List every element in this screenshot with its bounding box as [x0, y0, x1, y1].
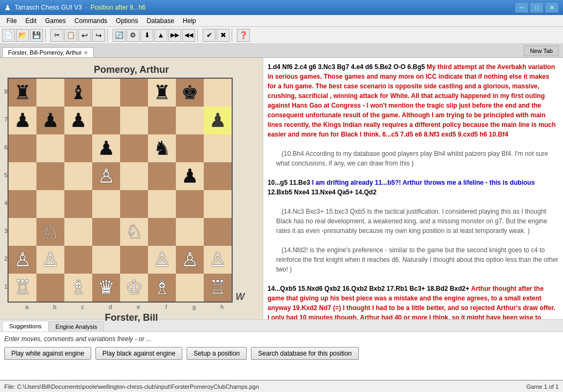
cell-e4[interactable] — [120, 190, 148, 218]
menu-edit[interactable]: Edit — [21, 16, 41, 26]
cell-g2[interactable]: ♙ — [176, 246, 204, 274]
reject-button[interactable]: ✖ — [217, 29, 229, 42]
cell-h5[interactable] — [204, 162, 232, 190]
search-database-button[interactable]: Search database for this position — [251, 347, 359, 360]
menu-help[interactable]: Help — [179, 16, 201, 26]
cell-a1[interactable]: ♖ — [9, 274, 36, 301]
cell-g1[interactable] — [176, 274, 204, 301]
cell-d8[interactable] — [92, 79, 120, 107]
cell-a5[interactable] — [9, 162, 36, 190]
cell-d2[interactable] — [92, 246, 120, 274]
cell-c2[interactable] — [64, 246, 92, 274]
menu-games[interactable]: Games — [41, 16, 70, 26]
cell-d3[interactable] — [92, 218, 120, 246]
menu-options[interactable]: Options — [112, 16, 142, 26]
cell-a6[interactable] — [9, 134, 36, 162]
tab-game[interactable]: Forster, Bill-Pomeroy, Arthur ✕ — [2, 47, 94, 57]
settings-button[interactable]: ⚙ — [127, 29, 139, 42]
cell-d6[interactable]: ♟ — [92, 134, 120, 162]
cell-b5[interactable] — [36, 162, 64, 190]
game-text[interactable]: 1.d4 Nf6 2.c4 g6 3.Nc3 Bg7 4.e4 d6 5.Be2… — [263, 58, 563, 319]
cell-d1[interactable]: ♛ — [92, 274, 120, 301]
cell-b7[interactable]: ♟ — [36, 107, 64, 134]
cell-c3[interactable] — [64, 218, 92, 246]
cell-e7[interactable] — [120, 107, 148, 134]
cell-e5[interactable] — [120, 162, 148, 190]
up-button[interactable]: ▲ — [154, 29, 167, 42]
cell-g5[interactable]: ♟ — [176, 162, 204, 190]
cell-h2[interactable]: ♙ — [204, 246, 232, 274]
accept-button[interactable]: ✔ — [203, 29, 216, 42]
cell-e2[interactable] — [120, 246, 148, 274]
cell-h7[interactable]: ♟ — [204, 107, 232, 134]
cell-f7[interactable] — [148, 107, 176, 134]
cell-e3[interactable]: ♘ — [120, 218, 148, 246]
undo-button[interactable]: ↩ — [78, 29, 91, 42]
chess-board[interactable]: ♜ ♝ ♜ ♚ ♟ ♟ ♟ ♟ — [8, 78, 233, 303]
close-button[interactable]: ✕ — [545, 2, 559, 13]
cell-c8[interactable]: ♝ — [64, 79, 92, 107]
cell-b4[interactable] — [36, 190, 64, 218]
menu-file[interactable]: File — [2, 16, 21, 26]
save-button[interactable]: 💾 — [30, 29, 43, 42]
cell-h3[interactable] — [204, 218, 232, 246]
cell-c5[interactable] — [64, 162, 92, 190]
cell-e8[interactable] — [120, 79, 148, 107]
cell-g3[interactable] — [176, 218, 204, 246]
menu-commands[interactable]: Commands — [70, 16, 112, 26]
cell-a2[interactable]: ♙ — [9, 246, 36, 274]
cell-f2[interactable]: ♙ — [148, 246, 176, 274]
new-button[interactable]: 📄 — [2, 29, 15, 42]
new-tab-button[interactable]: New Tab — [524, 46, 559, 56]
refresh-button[interactable]: 🔄 — [113, 29, 125, 42]
cell-g8[interactable]: ♚ — [176, 79, 204, 107]
cell-c6[interactable] — [64, 134, 92, 162]
back-button[interactable]: ◀◀ — [182, 29, 195, 42]
tab-suggestions[interactable]: Suggestions — [2, 321, 49, 331]
cell-d7[interactable] — [92, 107, 120, 134]
cell-e6[interactable] — [120, 134, 148, 162]
cell-f1[interactable]: ♗ — [148, 274, 176, 301]
help-button[interactable]: ❓ — [237, 29, 250, 42]
cell-c4[interactable] — [64, 190, 92, 218]
cell-b8[interactable] — [36, 79, 64, 107]
cell-a3[interactable] — [9, 218, 36, 246]
copy-button[interactable]: 📋 — [64, 29, 77, 42]
cell-h1[interactable]: ♖ — [204, 274, 232, 301]
cell-h4[interactable] — [204, 190, 232, 218]
cell-b1[interactable] — [36, 274, 64, 301]
cell-b3[interactable]: ♘ — [36, 218, 64, 246]
cell-f6[interactable]: ♞ — [148, 134, 176, 162]
maximize-button[interactable]: □ — [530, 2, 544, 13]
cell-b2[interactable]: ♙ — [36, 246, 64, 274]
cut-button[interactable]: ✂ — [50, 29, 63, 42]
cell-g6[interactable] — [176, 134, 204, 162]
tab-close-icon[interactable]: ✕ — [84, 50, 88, 56]
cell-c1[interactable]: ♗ — [64, 274, 92, 301]
open-button[interactable]: 📂 — [16, 29, 29, 42]
play-black-button[interactable]: Play black against engine — [95, 347, 182, 360]
cell-f3[interactable] — [148, 218, 176, 246]
redo-button[interactable]: ↪ — [92, 29, 105, 42]
forward-button[interactable]: ▶▶ — [168, 29, 181, 42]
cell-c7[interactable]: ♟ — [64, 107, 92, 134]
cell-e1[interactable]: ♔ — [120, 274, 148, 301]
tab-engine-analysis[interactable]: Engine Analysis — [49, 321, 105, 331]
minimize-button[interactable]: ─ — [515, 2, 529, 13]
cell-a4[interactable] — [9, 190, 36, 218]
cell-f4[interactable] — [148, 190, 176, 218]
download-button[interactable]: ⬇ — [140, 29, 153, 42]
cell-g7[interactable] — [176, 107, 204, 134]
cell-a7[interactable]: ♟ — [9, 107, 36, 134]
menu-database[interactable]: Database — [142, 16, 178, 26]
cell-f5[interactable] — [148, 162, 176, 190]
cell-b6[interactable] — [36, 134, 64, 162]
cell-h8[interactable] — [204, 79, 232, 107]
cell-d5[interactable]: ♙ — [92, 162, 120, 190]
cell-d4[interactable] — [92, 190, 120, 218]
setup-position-button[interactable]: Setup a position — [187, 347, 247, 360]
play-white-button[interactable]: Play white against engine — [4, 347, 91, 360]
cell-g4[interactable] — [176, 190, 204, 218]
cell-f8[interactable]: ♜ — [148, 79, 176, 107]
cell-a8[interactable]: ♜ — [9, 79, 36, 107]
